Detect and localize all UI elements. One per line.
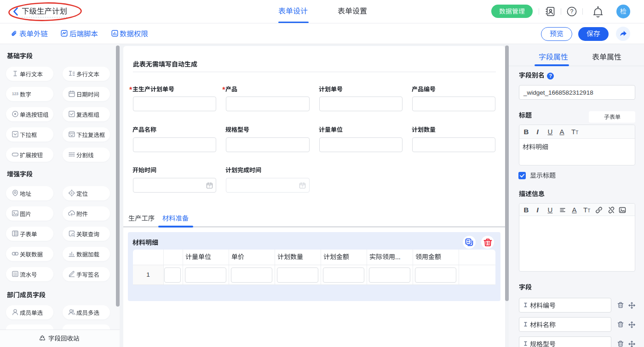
- svg-text:?: ?: [570, 8, 574, 15]
- svg-text:7: 7: [302, 185, 304, 188]
- svg-text:7: 7: [209, 185, 211, 188]
- svg-text:123: 123: [12, 91, 18, 96]
